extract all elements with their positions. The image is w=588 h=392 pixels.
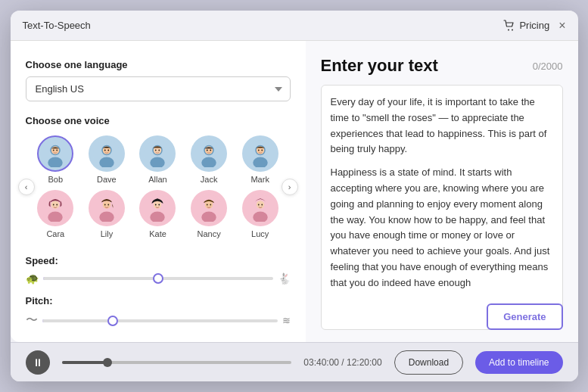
voice-prev-button[interactable]: ‹ (18, 179, 35, 195)
voice-section-label: Choose one voice (26, 115, 291, 126)
voice-avatar-bob (37, 135, 73, 172)
pitch-high-icon: ≋ (282, 315, 291, 326)
voice-section: Choose one voice ‹ (26, 115, 291, 241)
voice-avatar-jack (191, 135, 227, 172)
svg-point-36 (57, 204, 58, 206)
cart-icon (503, 20, 515, 32)
speed-section: Speed: 🐢 🐇 (26, 255, 291, 285)
text-paragraph-1: Every day of your life, it is important … (331, 95, 553, 157)
svg-point-49 (205, 201, 213, 209)
speed-label: Speed: (26, 255, 291, 266)
voice-name-lily: Lily (101, 229, 114, 238)
svg-point-46 (159, 204, 160, 206)
voice-item-bob[interactable]: Bob (33, 135, 79, 184)
voice-grid: Bob (26, 132, 291, 241)
svg-point-55 (258, 204, 260, 206)
text-area[interactable]: Every day of your life, it is important … (321, 85, 563, 330)
svg-point-25 (210, 150, 211, 151)
voice-item-mark[interactable]: Mark (238, 135, 283, 184)
bottom-bar: ⏸ 03:40:00 / 12:20:00 Download Add to ti… (11, 342, 578, 381)
voice-name-dave: Dave (97, 175, 117, 184)
close-button[interactable]: × (558, 20, 565, 32)
voice-name-lucy: Lucy (251, 229, 269, 238)
svg-point-56 (261, 204, 263, 206)
voice-name-kate: Kate (149, 229, 166, 238)
language-section-label: Choose one language (26, 59, 291, 70)
svg-point-34 (51, 201, 60, 209)
voice-avatar-mark (242, 135, 278, 172)
pitch-low-icon: 〜 (26, 313, 38, 328)
voice-item-dave[interactable]: Dave (84, 135, 129, 184)
title-bar-actions: Pricing × (503, 20, 565, 32)
voice-avatar-kate (139, 190, 176, 226)
svg-point-24 (207, 150, 208, 151)
voice-item-lily[interactable]: Lily (84, 190, 129, 238)
voice-item-allan[interactable]: Allan (135, 135, 181, 184)
voice-item-cara[interactable]: Cara (33, 190, 79, 238)
svg-point-54 (256, 201, 264, 209)
language-select[interactable]: English US English UK Spanish French Ger… (26, 76, 291, 101)
voice-item-lucy[interactable]: Lucy (238, 190, 283, 238)
app-window: Text-To-Speech Pricing × Choose one lang… (11, 11, 578, 381)
title-bar: Text-To-Speech Pricing × (11, 11, 578, 41)
pricing-button[interactable]: Pricing (503, 20, 549, 32)
svg-point-19 (159, 150, 160, 151)
play-pause-button[interactable]: ⏸ (26, 350, 50, 375)
voice-avatar-allan (139, 135, 176, 172)
svg-point-6 (53, 150, 54, 151)
speed-slow-icon: 🐢 (26, 272, 39, 285)
speed-slider-row: 🐢 🐇 (26, 272, 291, 285)
voice-next-button[interactable]: › (282, 179, 298, 195)
voice-avatar-lily (89, 190, 125, 226)
app-title: Text-To-Speech (23, 20, 91, 31)
text-title: Enter your text (321, 56, 438, 76)
svg-point-30 (258, 150, 260, 151)
svg-point-40 (104, 204, 106, 206)
voice-name-cara: Cara (46, 229, 64, 238)
voice-name-jack: Jack (201, 175, 218, 184)
voice-avatar-cara (37, 190, 73, 226)
svg-point-50 (207, 204, 208, 206)
voice-avatar-nancy (191, 190, 227, 226)
svg-point-39 (103, 201, 111, 209)
pitch-section: Pitch: 〜 ≋ (26, 295, 291, 328)
svg-point-18 (155, 150, 157, 151)
svg-point-31 (261, 150, 263, 151)
svg-point-0 (508, 29, 509, 30)
voice-name-allan: Allan (148, 175, 166, 184)
voice-avatar-dave (89, 135, 125, 172)
svg-point-45 (155, 204, 157, 206)
pause-icon: ⏸ (33, 356, 43, 369)
time-display: 03:40:00 / 12:20:00 (303, 357, 381, 368)
generate-button[interactable]: Generate (487, 303, 562, 330)
char-count: 0/2000 (533, 61, 563, 72)
text-header: Enter your text 0/2000 (321, 56, 563, 76)
svg-point-7 (57, 150, 58, 151)
progress-bar[interactable] (62, 361, 292, 364)
left-panel: Choose one language English US English U… (11, 41, 306, 342)
svg-point-13 (107, 150, 109, 151)
svg-point-12 (104, 150, 106, 151)
voice-name-mark: Mark (250, 175, 269, 184)
right-panel: Enter your text 0/2000 Every day of your… (306, 41, 578, 342)
voice-item-kate[interactable]: Kate (135, 190, 181, 238)
slider-section: Speed: 🐢 🐇 Pitch: 〜 (26, 255, 291, 328)
download-button[interactable]: Download (394, 350, 463, 375)
speed-track[interactable] (43, 277, 273, 280)
pitch-track[interactable] (42, 319, 278, 322)
voice-name-nancy: Nancy (198, 229, 221, 238)
add-to-timeline-button[interactable]: Add to timeline (475, 351, 562, 374)
svg-point-51 (210, 204, 211, 206)
pitch-label: Pitch: (26, 295, 291, 306)
speed-fast-icon: 🐇 (278, 272, 291, 285)
main-content: Choose one language English US English U… (11, 41, 578, 342)
voice-item-nancy[interactable]: Nancy (186, 190, 232, 238)
svg-point-35 (53, 204, 54, 206)
svg-point-1 (512, 29, 513, 30)
svg-point-44 (154, 201, 162, 209)
svg-point-41 (107, 204, 109, 206)
voice-item-jack[interactable]: Jack (186, 135, 232, 184)
voice-carousel: ‹ (26, 132, 291, 241)
text-paragraph-2: Happiness is a state of mind. It starts … (331, 165, 553, 291)
voice-avatar-lucy (242, 190, 278, 226)
